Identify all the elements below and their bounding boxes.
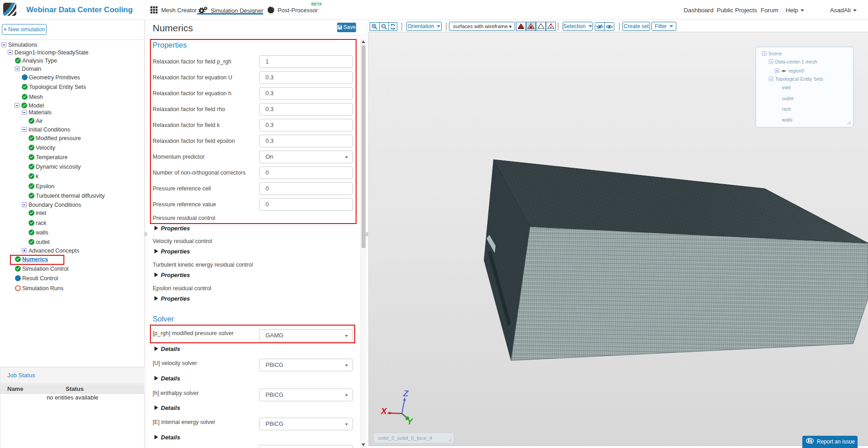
svg-text:X: X: [381, 406, 387, 416]
svg-text:Y: Y: [407, 417, 414, 426]
svg-text:Z: Z: [403, 389, 409, 398]
